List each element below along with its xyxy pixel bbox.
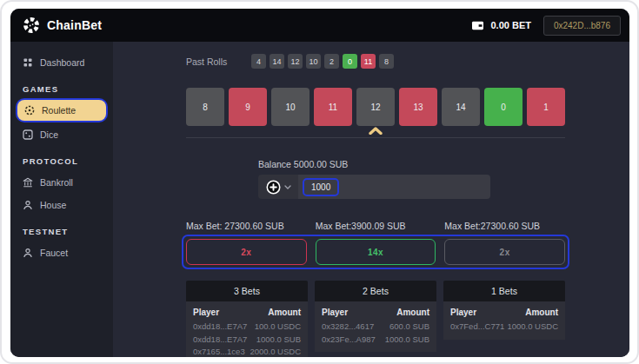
past-roll-chip-10: 10	[306, 54, 321, 69]
tile-1[interactable]: 1	[527, 88, 565, 126]
grid-icon	[23, 58, 33, 67]
bet-amount: 1000.0 SUB	[256, 334, 301, 347]
table-row: 0xdd18...E7A7100.0 USDC	[193, 321, 301, 334]
past-roll-chip-8: 8	[379, 54, 394, 69]
past-roll-chip-12: 12	[288, 54, 303, 69]
dice-icon	[23, 129, 33, 140]
sidebar-item-roulette[interactable]: Roulette	[17, 100, 106, 121]
bet-amount-value[interactable]: 1000	[303, 178, 339, 196]
roulette-page: Past Rolls 414121020118 89101112131401 B…	[186, 54, 565, 357]
table-column-headers: PlayerAmount	[193, 308, 301, 317]
sidebar-section-testnet: TESTNET	[23, 227, 101, 236]
past-rolls-label: Past Rolls	[186, 56, 251, 67]
bet-amount: 1000.0 SUB	[385, 334, 429, 347]
sidebar-item-label: Roulette	[42, 105, 76, 116]
bets-table-1: 2 BetsPlayerAmount0x3282...4617600.0 SUB…	[315, 281, 436, 352]
balance-label: Balance 5000.00 SUB	[258, 159, 490, 169]
player-address: 0x23Fe...A987	[322, 334, 376, 347]
tile-11[interactable]: 11	[314, 88, 352, 126]
past-roll-chip-4: 4	[251, 54, 266, 69]
past-rolls-chips: 414121020118	[251, 54, 394, 69]
sidebar-item-house[interactable]: House	[16, 195, 108, 215]
bets-tables-row: 3 BetsPlayerAmount0xdd18...E7A7100.0 USD…	[186, 281, 565, 357]
chevron-up-icon	[369, 127, 383, 135]
wallet-icon	[471, 20, 484, 31]
balance-value: 0.00	[490, 20, 509, 30]
tile-12[interactable]: 12	[356, 88, 395, 126]
plus-icon[interactable]	[266, 180, 281, 195]
player-address: 0xdd18...E7A7	[193, 334, 247, 347]
sidebar-item-label: House	[40, 200, 66, 210]
person-icon	[23, 200, 33, 210]
bet-amount: 1000.0 USDC	[507, 321, 558, 334]
bets-table-body: PlayerAmount0x7Fed...C7711000.0 USDC	[443, 301, 565, 340]
table-row: 0x7165...1ce32000.0 USDC	[193, 346, 301, 357]
tile-13[interactable]: 13	[399, 88, 437, 126]
tile-10[interactable]: 10	[271, 88, 310, 126]
past-roll-chip-0: 0	[343, 54, 357, 69]
bets-table-body: PlayerAmount0x3282...4617600.0 SUB0x23Fe…	[315, 301, 436, 352]
past-roll-chip-2: 2	[324, 54, 339, 69]
sidebar-item-dashboard[interactable]: Dashboard	[16, 52, 108, 73]
screenshot-frame: ChainBet 0.00 BET 0x242D...b876 Dashboar…	[0, 0, 639, 364]
sidebar-item-label: Bankroll	[40, 177, 73, 188]
bet-option-1-14x[interactable]: 14x	[316, 239, 436, 265]
column-header-player: Player	[193, 308, 219, 317]
app-window: ChainBet 0.00 BET 0x242D...b876 Dashboar…	[10, 9, 629, 357]
table-column-headers: PlayerAmount	[322, 308, 429, 317]
table-row: 0x7Fed...C7711000.0 USDC	[450, 321, 558, 334]
table-row: 0xdd18...E7A71000.0 SUB	[193, 334, 301, 347]
bet-panel: Balance 5000.00 SUB 1000	[258, 159, 490, 199]
sidebar-section-games: GAMES	[23, 84, 101, 94]
max-bet-label-0: Max Bet: 27300.60 SUB	[186, 221, 307, 231]
past-rolls-row: Past Rolls 414121020118	[186, 54, 565, 69]
chainbet-logo-icon	[23, 17, 40, 34]
header-balance: 0.00 BET	[490, 20, 530, 30]
bet-amount: 600.0 SUB	[389, 321, 429, 334]
column-header-amount: Amount	[525, 308, 558, 317]
tile-8[interactable]: 8	[186, 88, 224, 126]
bets-table-0: 3 BetsPlayerAmount0xdd18...E7A7100.0 USD…	[186, 281, 308, 357]
bets-table-title: 2 Bets	[315, 281, 436, 301]
tile-0[interactable]: 0	[484, 88, 523, 126]
brand-title: ChainBet	[47, 18, 102, 32]
table-row: 0x23Fe...A9871000.0 SUB	[322, 334, 429, 347]
player-address: 0xdd18...E7A7	[193, 321, 247, 334]
tile-9[interactable]: 9	[229, 88, 267, 126]
sidebar-item-label: Dashboard	[40, 57, 84, 68]
roulette-board: 89101112131401	[186, 88, 565, 126]
column-header-player: Player	[322, 308, 348, 317]
bet-amount-bar: 1000	[258, 175, 490, 199]
bank-icon	[23, 177, 33, 188]
bet-amount: 100.0 USDC	[255, 321, 301, 334]
token-selector[interactable]	[258, 175, 298, 199]
sidebar-item-dice[interactable]: Dice	[16, 124, 108, 145]
bet-amount-input[interactable]: 1000	[298, 175, 490, 199]
table-column-headers: PlayerAmount	[450, 308, 558, 317]
column-header-player: Player	[450, 308, 476, 317]
bet-options-annotation-box: 2x14x2x	[182, 235, 569, 269]
past-roll-chip-14: 14	[270, 54, 284, 69]
max-bet-labels-row: Max Bet: 27300.60 SUBMax Bet:3900.09 SUB…	[186, 221, 565, 231]
sidebar-item-bankroll[interactable]: Bankroll	[16, 172, 108, 193]
player-address: 0x3282...4617	[322, 321, 374, 334]
sidebar-item-faucet[interactable]: Faucet	[16, 242, 108, 263]
column-header-amount: Amount	[268, 308, 301, 317]
bet-option-0-2x[interactable]: 2x	[186, 239, 307, 265]
top-bar: ChainBet 0.00 BET 0x242D...b876	[10, 9, 629, 42]
bet-amount: 2000.0 USDC	[250, 346, 301, 357]
app-body: DashboardGAMESRouletteDicePROTOCOLBankro…	[10, 42, 629, 357]
sidebar-section-protocol: PROTOCOL	[23, 156, 101, 166]
balance-unit: BET	[512, 20, 531, 30]
sidebar-item-label: Dice	[40, 129, 58, 140]
roulette-icon	[24, 105, 35, 116]
main-content: Past Rolls 414121020118 89101112131401 B…	[113, 42, 629, 357]
max-bet-label-2: Max Bet:27300.60 SUB	[444, 221, 565, 231]
tile-14[interactable]: 14	[442, 88, 480, 126]
bets-table-title: 3 Bets	[186, 281, 308, 301]
sidebar: DashboardGAMESRouletteDicePROTOCOLBankro…	[10, 42, 113, 357]
bet-option-2-2x[interactable]: 2x	[444, 239, 565, 265]
bets-table-title: 1 Bets	[443, 281, 565, 301]
wallet-address-button[interactable]: 0x242D...b876	[543, 16, 621, 36]
table-row: 0x3282...4617600.0 SUB	[322, 321, 429, 334]
